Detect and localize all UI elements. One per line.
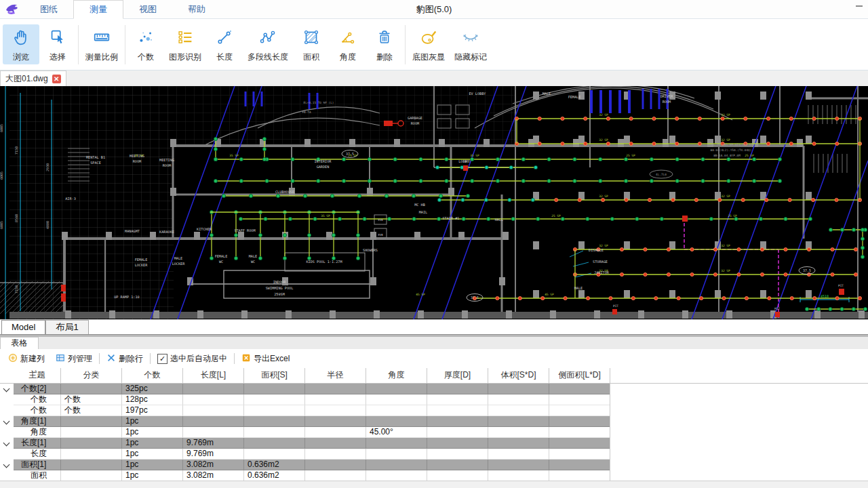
document-tab-bar: 大图01.dwg ✕ [0,70,868,86]
count-button[interactable]: 个数 [127,24,164,64]
hand-icon [11,27,31,50]
select-button[interactable]: 选择 [39,24,76,64]
new-column-button[interactable]: 新建列 [4,352,49,366]
polyline-length-label: 多段线长度 [248,52,288,63]
sort-asc-icon: ^ [35,368,37,380]
cell-subject: 面积[1] [14,460,60,470]
cell-volume [488,394,549,405]
column-header-subject[interactable]: 主题^ [14,368,60,383]
table-row[interactable]: 长度1pc9.769m [0,449,868,460]
column-manager-button[interactable]: 列管理 [52,352,96,366]
tab-measure[interactable]: 测量 [73,0,123,19]
svg-text:KITCHEN: KITCHEN [197,227,212,231]
column-header-thickness[interactable]: 厚度[D] [427,368,488,383]
close-document-icon[interactable]: ✕ [52,75,61,83]
dim-background-button[interactable]: 底图灰显 [408,24,450,64]
svg-text:GARDEN: GARDEN [317,165,330,169]
cell-volume [488,438,549,449]
svg-text:7150: 7150 [14,285,18,293]
table-row[interactable]: 面积1pc3.082m0.636m2 [0,470,868,481]
table-row[interactable]: 长度[1]1pc9.769m [0,438,868,449]
svg-text:MANAGMT: MANAGMT [125,229,140,233]
length-button[interactable]: 长度 [206,24,243,64]
cell-thickness [427,449,488,460]
cell-length [182,384,243,394]
table-row[interactable]: 角度1pc45.00° [0,427,868,438]
area-button[interactable]: 面积 [293,24,330,64]
svg-text:6005: 6005 [0,221,3,229]
table-grid-icon [56,353,65,365]
tab-drawing[interactable]: 图纸 [24,1,73,18]
table-row[interactable]: 个数个数128pc [0,394,868,405]
polyline-length-button[interactable]: 多段线长度 [243,24,293,64]
shape-recognition-button[interactable]: 图形识别 [164,24,206,64]
cell-volume [488,384,549,394]
svg-text:4L.7L0: 4L.7L0 [656,173,667,176]
table-row[interactable]: 面积[1]1pc3.082m0.636m2 [0,460,868,470]
delete-button[interactable]: 删除 [366,24,403,64]
cell-length [182,394,243,405]
svg-text:INDOOR: INDOOR [273,280,287,284]
cell-side [549,394,610,405]
tab-view[interactable]: 视图 [123,1,172,18]
svg-text:EVB: EVB [378,218,383,222]
svg-text:MAIL: MAIL [419,210,428,214]
column-header-volume[interactable]: 体积[S*D] [488,368,549,383]
hide-marks-button[interactable]: 隐藏标记 [450,24,492,64]
cell-thickness [427,470,488,481]
svg-text:ROOM: ROOM [411,121,420,125]
delete-row-button[interactable]: 删除行 [102,352,147,366]
ribbon-separator [405,25,406,64]
measure-scale-button[interactable]: 测量比例 [81,24,123,64]
cell-category [60,449,121,460]
table-panel-tab[interactable]: 表格 [0,337,39,349]
svg-text:FB-TA: FB-TA [302,110,311,114]
checkbox-checked-icon[interactable]: ✓ [157,354,167,364]
column-header-length[interactable]: 长度[L] [182,368,243,383]
auto-center-checkbox[interactable]: ✓ 选中后自动居中 [153,352,231,366]
cell-radius [304,405,366,416]
measurement-table[interactable]: 主题^分类个数长度[L]面积[S]半径角度厚度[D]体积[S*D]侧面积[L*D… [0,368,868,481]
table-row[interactable]: 个数[2]325pc [0,384,868,394]
column-header-radius[interactable]: 半径 [304,368,366,383]
line-icon [214,27,235,50]
chevron-down-icon[interactable] [3,386,10,392]
sheet-tab-layout1[interactable]: 布局1 [45,320,88,334]
table-row[interactable]: 个数个数197pc [0,405,868,416]
svg-text:35 SP: 35 SP [321,214,330,218]
chevron-down-icon[interactable] [3,462,10,468]
sheet-tab-model[interactable]: Model [1,320,45,334]
cell-length [182,405,243,416]
column-header-area[interactable]: 面积[S] [243,368,304,383]
svg-text:2930: 2930 [45,163,50,171]
column-header-angle[interactable]: 角度 [366,368,427,383]
cell-length: 9.769m [182,438,243,449]
column-header-side[interactable]: 侧面积[L*D] [549,368,610,383]
cell-length [182,416,243,427]
cell-count: 197pc [121,405,182,416]
export-excel-label: 导出Excel [254,353,290,365]
column-header-count[interactable]: 个数 [121,368,182,383]
svg-text:ROOM: ROOM [663,100,671,104]
cell-radius [304,470,366,481]
column-header-category[interactable]: 分类 [60,368,121,383]
tab-help[interactable]: 帮助 [172,1,221,18]
cell-side [549,438,610,449]
count-label: 个数 [138,52,154,63]
svg-text:KIDS POOL 1-1.27M: KIDS POOL 1-1.27M [306,260,342,264]
svg-text:32 SP: 32 SP [721,138,730,142]
table-row[interactable]: 角度[1]1pc [0,416,868,427]
angle-button[interactable]: 角度 [330,24,366,64]
length-label: 长度 [216,52,233,63]
svg-text:32 SP: 32 SP [599,113,608,117]
cad-canvas[interactable]: 37.537.537.5RENTAL B1SPACEMEETINGROOMMEE… [0,86,868,319]
cell-side [549,449,610,460]
svg-text:MC HB: MC HB [414,203,425,207]
minimize-button[interactable] [856,5,863,7]
document-tab[interactable]: 大图01.dwg ✕ [0,70,66,86]
chevron-down-icon[interactable] [3,418,10,425]
browse-button[interactable]: 浏览 [3,24,39,64]
ribbon: 浏览 选择 测量比例 个数 图形识别 长度 多段线长度 面 [0,19,868,70]
chevron-down-icon[interactable] [3,440,10,447]
export-excel-button[interactable]: 导出Excel [237,352,294,366]
